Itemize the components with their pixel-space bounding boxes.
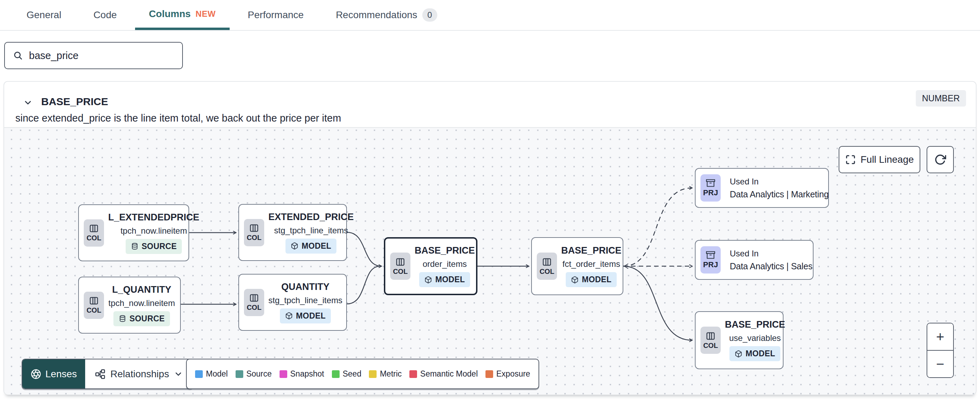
legend-swatch-source: [235, 370, 243, 378]
lenses-button[interactable]: Lenses: [22, 359, 85, 388]
legend-source: Source: [235, 369, 272, 379]
node-subtitle: tpch_now.lineitem: [108, 298, 175, 308]
project-entity-badge: PRJ: [700, 174, 721, 201]
node-used-in-marketing[interactable]: PRJ Used In Data Analytics | Marketing: [695, 168, 829, 208]
chevron-down-icon: [174, 369, 183, 379]
legend-swatch-exposure: [485, 370, 493, 378]
zoom-controls: + −: [927, 323, 954, 378]
tab-columns[interactable]: Columns NEW: [135, 0, 230, 30]
model-badge: MODEL: [285, 238, 336, 254]
used-in-label: Used In: [730, 249, 759, 259]
source-badge: SOURCE: [126, 239, 182, 254]
legend-swatch-snapshot: [280, 370, 287, 378]
column-type-badge: NUMBER: [916, 90, 966, 107]
columns-icon: [89, 296, 99, 306]
legend-swatch-metric: [369, 370, 377, 378]
node-subtitle: stg_tpch_line_items: [274, 226, 348, 235]
refresh-icon: [934, 154, 946, 166]
cube-icon: [425, 276, 432, 284]
columns-icon: [706, 331, 716, 341]
column-entity-badge: COL: [700, 327, 721, 354]
columns-icon: [395, 257, 405, 267]
lenses-toolbar: Lenses Relationships: [22, 359, 193, 389]
legend-swatch-seed: [332, 370, 340, 378]
node-type-legend: Model Source Snapshot Seed Metric Semant…: [186, 359, 539, 389]
node-base-price-fct-order-items[interactable]: COL BASE_PRICE fct_order_items MODEL: [531, 237, 623, 295]
legend-seed: Seed: [332, 369, 361, 379]
project-icon: [706, 179, 715, 188]
search-icon: [13, 50, 23, 61]
column-name: BASE_PRICE: [41, 96, 108, 108]
columns-icon: [89, 224, 99, 233]
lineage-canvas[interactable]: COL L_EXTENDEDPRICE tpch_now.lineitem SO…: [4, 127, 976, 395]
relationships-icon: [95, 369, 105, 379]
tab-recommendations[interactable]: Recommendations 0: [322, 0, 451, 30]
node-base-price-use-variables[interactable]: COL BASE_PRICE use_variables MODEL: [695, 311, 784, 369]
zoom-out-button[interactable]: −: [927, 351, 953, 377]
node-used-in-sales[interactable]: PRJ Used In Data Analytics | Sales: [695, 240, 813, 280]
column-panel: BASE_PRICE NUMBER since extended_price i…: [3, 81, 977, 395]
legend-exposure: Exposure: [485, 369, 530, 379]
project-name: Data Analytics | Sales: [730, 261, 813, 272]
new-badge: NEW: [196, 9, 216, 19]
project-name: Data Analytics | Marketing: [730, 189, 829, 200]
columns-icon: [249, 293, 259, 303]
node-title: EXTENDED_PRICE: [268, 212, 354, 222]
column-entity-badge: COL: [244, 289, 264, 316]
node-l-quantity[interactable]: COL L_QUANTITY tpch_now.lineitem SOURCE: [78, 276, 181, 334]
legend-swatch-model: [195, 370, 203, 378]
project-entity-badge: PRJ: [700, 246, 721, 273]
model-badge: MODEL: [419, 272, 470, 287]
chevron-down-icon[interactable]: [23, 98, 33, 108]
project-icon: [706, 251, 715, 260]
model-badge: MODEL: [729, 346, 780, 361]
full-lineage-button[interactable]: Full Lineage: [838, 146, 920, 173]
legend-snapshot: Snapshot: [280, 369, 324, 379]
node-quantity[interactable]: COL QUANTITY stg_tpch_line_items MODEL: [239, 274, 347, 331]
model-badge: MODEL: [566, 272, 617, 287]
tab-code[interactable]: Code: [80, 0, 131, 30]
recommendations-count-badge: 0: [422, 8, 437, 22]
column-search[interactable]: [4, 42, 183, 69]
column-entity-badge: COL: [390, 252, 410, 280]
columns-icon: [542, 257, 552, 267]
cube-icon: [735, 350, 742, 358]
node-subtitle: stg_tpch_line_items: [268, 296, 342, 305]
node-subtitle: order_items: [423, 259, 467, 269]
column-description: since extended_price is the line item to…: [15, 112, 341, 124]
legend-swatch-semantic-model: [409, 370, 417, 378]
database-icon: [119, 315, 126, 323]
source-badge: SOURCE: [113, 311, 170, 326]
expand-icon: [845, 154, 856, 165]
column-entity-badge: COL: [84, 219, 104, 247]
column-entity-badge: COL: [84, 292, 104, 319]
search-input[interactable]: [29, 50, 174, 61]
database-icon: [131, 243, 138, 250]
legend-model: Model: [195, 369, 228, 379]
node-title: BASE_PRICE: [561, 245, 622, 256]
legend-semantic-model: Semantic Model: [409, 369, 478, 379]
node-subtitle: tpch_now.lineitem: [120, 226, 187, 236]
node-base-price-order-items[interactable]: COL BASE_PRICE order_items MODEL: [384, 237, 477, 295]
refresh-button[interactable]: [927, 146, 954, 173]
lineage-edges: [4, 128, 976, 395]
node-title: BASE_PRICE: [415, 245, 475, 256]
tab-performance[interactable]: Performance: [234, 0, 318, 30]
column-entity-badge: COL: [244, 219, 264, 246]
cube-icon: [571, 276, 579, 284]
node-subtitle: fct_order_items: [563, 259, 620, 269]
node-subtitle: use_variables: [729, 333, 781, 343]
aperture-icon: [31, 369, 41, 379]
column-entity-badge: COL: [537, 252, 557, 280]
tab-general[interactable]: General: [13, 0, 75, 30]
node-l-extendedprice[interactable]: COL L_EXTENDEDPRICE tpch_now.lineitem SO…: [78, 204, 189, 261]
node-extended-price[interactable]: COL EXTENDED_PRICE stg_tpch_line_items M…: [239, 204, 347, 261]
zoom-in-button[interactable]: +: [927, 323, 953, 351]
node-title: L_QUANTITY: [112, 284, 171, 295]
legend-metric: Metric: [369, 369, 402, 379]
cube-icon: [291, 242, 298, 250]
column-panel-header: BASE_PRICE NUMBER since extended_price i…: [4, 82, 976, 126]
cube-icon: [285, 312, 293, 320]
relationships-dropdown[interactable]: Relationships: [85, 359, 192, 388]
columns-icon: [249, 223, 259, 233]
